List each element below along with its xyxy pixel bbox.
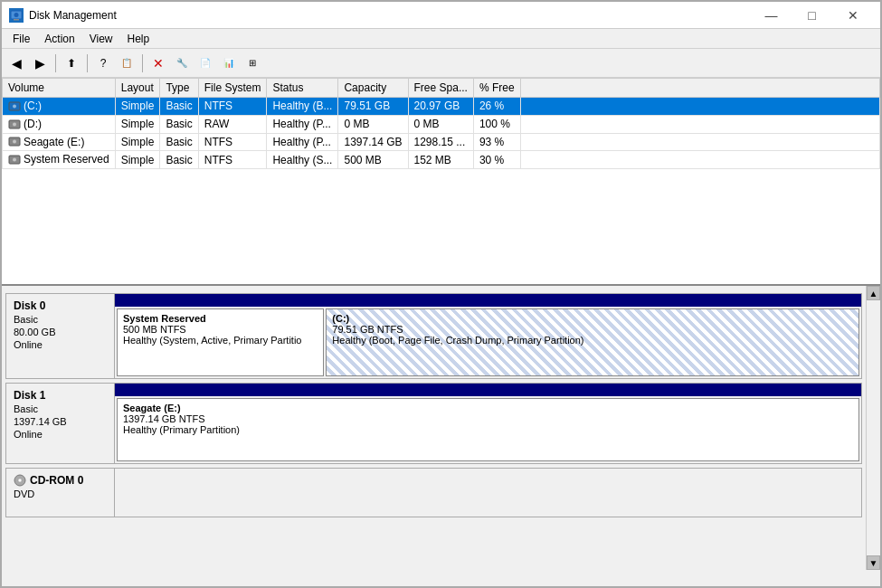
shrink-btn[interactable]: ⊞ [242, 52, 263, 74]
cell-pct: 100 % [473, 115, 520, 133]
cell-extra [520, 151, 879, 169]
toolbar-sep-1 [55, 54, 56, 72]
col-capacity[interactable]: Capacity [338, 79, 408, 98]
cell-fs: NTFS [198, 151, 267, 169]
col-extra[interactable] [520, 79, 879, 98]
forward-button[interactable]: ▶ [29, 52, 51, 74]
menu-help[interactable]: Help [120, 31, 157, 47]
window-controls: ― □ ✕ [751, 2, 873, 29]
svg-point-4 [13, 104, 16, 108]
disk0-top-bar [115, 294, 861, 307]
disk1-label: Disk 1 Basic 1397.14 GB Online [6, 384, 115, 463]
maximize-button[interactable]: □ [792, 2, 832, 29]
cell-fs: NTFS [198, 98, 267, 116]
table-row[interactable]: (D:) Simple Basic RAW Healthy (P... 0 MB… [3, 115, 880, 133]
disk0-status: Online [14, 339, 107, 350]
col-filesystem[interactable]: File System [198, 79, 267, 98]
sysreserved-size: 500 MB NTFS [123, 324, 318, 335]
cell-capacity: 500 MB [338, 151, 408, 169]
cell-volume: (D:) [3, 115, 116, 133]
disk0-part-c[interactable]: (C:) 79.51 GB NTFS Healthy (Boot, Page F… [326, 308, 859, 376]
seagate-status: Healthy (Primary Partition) [123, 424, 853, 435]
menu-file[interactable]: File [5, 31, 37, 47]
cell-type: Basic [160, 98, 198, 116]
cell-volume: (C:) [3, 98, 116, 116]
table-row[interactable]: Seagate (E:) Simple Basic NTFS Healthy (… [3, 133, 880, 151]
col-volume[interactable]: Volume [3, 79, 116, 98]
toolbar: ◀ ▶ ⬆ ? 📋 ✕ 🔧 📄 📊 ⊞ [2, 49, 880, 78]
menu-action[interactable]: Action [37, 31, 81, 47]
svg-point-6 [13, 122, 16, 126]
cell-fs: NTFS [198, 133, 267, 151]
cell-status: Healthy (P... [267, 133, 338, 151]
scrollbar[interactable]: ▲ ▼ [866, 286, 880, 570]
svg-point-8 [13, 140, 16, 144]
cell-type: Basic [160, 115, 198, 133]
disk0-panel: System Reserved 500 MB NTFS Healthy (Sys… [115, 294, 861, 378]
cell-layout: Simple [115, 115, 160, 133]
table-row[interactable]: System Reserved Simple Basic NTFS Health… [3, 151, 880, 169]
table-row[interactable]: (C:) Simple Basic NTFS Healthy (B... 79.… [3, 98, 880, 116]
cell-status: Healthy (S... [267, 151, 338, 169]
col-freespace[interactable]: Free Spa... [408, 79, 473, 98]
disk0-row: Disk 0 Basic 80.00 GB Online System Rese… [5, 293, 862, 379]
scroll-down[interactable]: ▼ [867, 555, 880, 570]
cell-type: Basic [160, 133, 198, 151]
disk1-partitions: Seagate (E:) 1397.14 GB NTFS Healthy (Pr… [115, 396, 861, 463]
cdrom0-label: CD-ROM 0 DVD [6, 469, 115, 517]
format-btn[interactable]: 📄 [194, 52, 216, 74]
disk1-top-bar [115, 384, 861, 396]
sysreserved-status: Healthy (System, Active, Primary Partiti… [123, 335, 318, 346]
up-button[interactable]: ⬆ [61, 52, 82, 74]
disk1-row: Disk 1 Basic 1397.14 GB Online Seagate (… [5, 383, 862, 464]
cell-pct: 26 % [473, 98, 520, 116]
scroll-up[interactable]: ▲ [867, 286, 880, 300]
svg-point-12 [18, 479, 22, 482]
cell-free: 0 MB [408, 115, 473, 133]
c-size: 79.51 GB NTFS [332, 324, 853, 335]
cell-status: Healthy (B... [267, 98, 338, 116]
properties-btn[interactable]: 📋 [116, 52, 138, 74]
app-icon [9, 8, 24, 23]
cell-free: 1298.15 ... [408, 133, 473, 151]
disk1-part-seagate[interactable]: Seagate (E:) 1397.14 GB NTFS Healthy (Pr… [117, 398, 859, 461]
cell-free: 152 MB [408, 151, 473, 169]
toolbar-sep-3 [142, 54, 143, 72]
window-title: Disk Management [29, 9, 117, 22]
cdrom0-content [115, 469, 861, 517]
seagate-name: Seagate (E:) [123, 403, 853, 413]
back-button[interactable]: ◀ [5, 52, 27, 74]
table-header-row: Volume Layout Type File System Status Ca… [3, 79, 880, 98]
disk0-part-sysreserved[interactable]: System Reserved 500 MB NTFS Healthy (Sys… [117, 308, 324, 376]
close-button[interactable]: ✕ [832, 2, 873, 29]
cell-pct: 30 % [473, 151, 520, 169]
svg-point-1 [14, 13, 19, 17]
seagate-size: 1397.14 GB NTFS [123, 413, 853, 424]
col-type[interactable]: Type [160, 79, 198, 98]
svg-rect-2 [14, 19, 19, 21]
col-layout[interactable]: Layout [115, 79, 160, 98]
cell-volume: Seagate (E:) [3, 133, 116, 151]
extend-btn[interactable]: 📊 [218, 52, 240, 74]
cdrom0-name: CD-ROM 0 [30, 474, 83, 487]
col-pctfree[interactable]: % Free [473, 79, 520, 98]
cell-extra [520, 98, 879, 116]
menu-view[interactable]: View [82, 31, 120, 47]
cdrom0-row: CD-ROM 0 DVD [5, 468, 862, 517]
cell-fs: RAW [198, 115, 267, 133]
svg-point-10 [13, 158, 16, 162]
sysreserved-name: System Reserved [123, 313, 318, 324]
cell-capacity: 1397.14 GB [338, 133, 408, 151]
toolbar-sep-2 [87, 54, 88, 72]
help-btn[interactable]: ? [92, 52, 114, 74]
cell-capacity: 79.51 GB [338, 98, 408, 116]
disk1-panel: Seagate (E:) 1397.14 GB NTFS Healthy (Pr… [115, 384, 861, 463]
cell-layout: Simple [115, 133, 160, 151]
cell-type: Basic [160, 151, 198, 169]
delete-btn[interactable]: ✕ [147, 52, 169, 74]
cell-free: 20.97 GB [408, 98, 473, 116]
minimize-button[interactable]: ― [751, 2, 792, 29]
new-btn[interactable]: 🔧 [171, 52, 193, 74]
disk0-name: Disk 0 [14, 299, 107, 312]
col-status[interactable]: Status [267, 79, 338, 98]
